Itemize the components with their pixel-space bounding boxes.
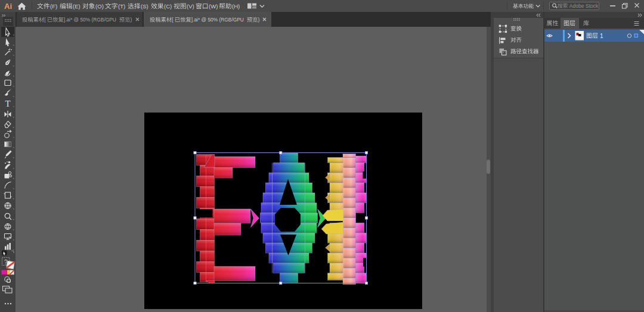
svg-text:(F): (F) xyxy=(50,3,57,10)
svg-text:(S): (S) xyxy=(141,3,148,10)
svg-text:(T): (T) xyxy=(118,3,125,10)
svg-text:): ) xyxy=(130,17,132,23)
svg-text:): ) xyxy=(258,17,259,23)
svg-text:(C): (C) xyxy=(164,3,172,10)
svg-text:Ai: Ai xyxy=(4,2,12,11)
svg-text:].ai* @ 50% (RGB/GPU: ].ai* @ 50% (RGB/GPU xyxy=(64,17,116,23)
svg-text:(W): (W) xyxy=(209,3,218,10)
svg-text:[: [ xyxy=(44,17,46,23)
svg-text:(H): (H) xyxy=(232,3,240,10)
svg-text:(O): (O) xyxy=(95,3,104,10)
svg-text:].ai* @ 50% (RGB/GPU: ].ai* @ 50% (RGB/GPU xyxy=(191,17,244,23)
svg-text:[: [ xyxy=(172,17,174,23)
svg-text:T: T xyxy=(5,99,10,108)
svg-text:(V): (V) xyxy=(187,3,194,10)
svg-text:Adobe Stock: Adobe Stock xyxy=(569,3,599,9)
svg-text:1: 1 xyxy=(600,33,603,39)
svg-text:(E): (E) xyxy=(73,3,80,10)
